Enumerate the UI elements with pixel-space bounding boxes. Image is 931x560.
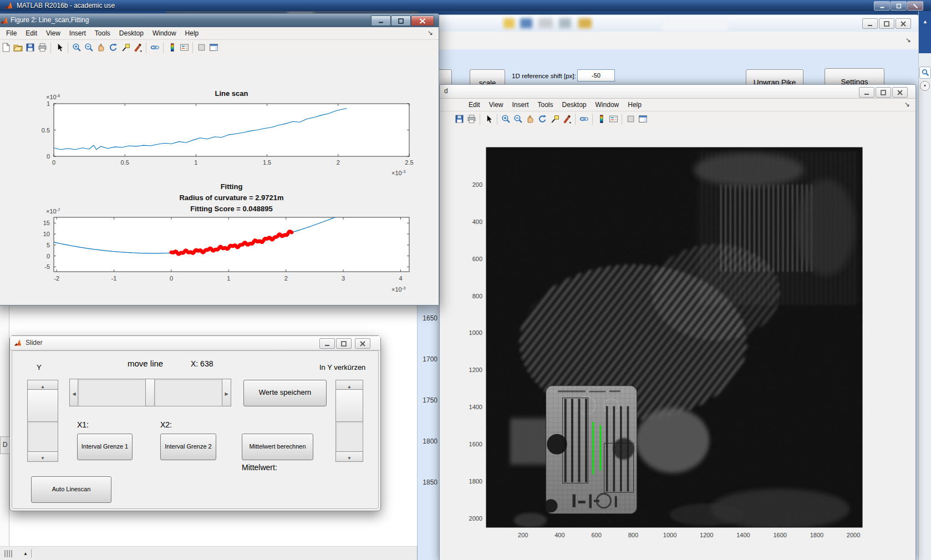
toolbar-separator (575, 114, 576, 125)
hide-plot-tools-icon[interactable] (624, 113, 637, 126)
link-plot-icon[interactable] (578, 113, 590, 126)
main-window-titlebar[interactable]: MATLAB R2016b - academic use (0, 0, 931, 11)
menu-item-view[interactable]: View (42, 27, 65, 39)
y-slider-trough[interactable] (27, 421, 58, 452)
resize-grip[interactable] (4, 550, 6, 557)
move-line-trough-left[interactable] (78, 379, 146, 406)
slider-minimize-button[interactable] (319, 338, 335, 349)
link-plot-icon[interactable] (149, 42, 161, 55)
line-scan-and-fitting-plots[interactable]: Line scan00.511.522.500.51×10-6×10-3Fitt… (0, 56, 439, 305)
rotate-3d-icon[interactable] (536, 113, 548, 126)
new-file-icon[interactable] (0, 42, 12, 55)
dock-arrow-icon[interactable]: ↘ (904, 100, 910, 108)
y-slider-down-button[interactable]: ▼ (27, 451, 58, 462)
cursor-icon[interactable] (482, 113, 495, 126)
rotate-3d-icon[interactable] (107, 42, 119, 55)
pan-icon[interactable] (95, 42, 107, 55)
shorten-slider-down-button[interactable]: ▼ (335, 451, 363, 462)
menu-item-edit[interactable]: Edit (21, 27, 42, 39)
main-maximize-button[interactable] (891, 1, 907, 11)
brush-icon[interactable] (561, 113, 573, 126)
save-icon[interactable] (24, 42, 36, 55)
slider-close-button[interactable] (355, 338, 370, 349)
move-line-trough-right[interactable] (154, 379, 223, 406)
menu-item-desktop[interactable]: Desktop (558, 99, 591, 111)
figure2-close-button[interactable] (411, 16, 434, 26)
gui-maximize-button[interactable] (879, 18, 894, 29)
auto-linescan-button[interactable]: Auto Linescan (31, 476, 111, 503)
shorten-slider-thumb[interactable] (335, 389, 363, 422)
right-figure-maximize-button[interactable] (876, 87, 891, 98)
minimized-panel-tab[interactable]: D (0, 436, 10, 454)
chevron-down-icon: ▼ (923, 84, 927, 88)
shorten-slider-trough[interactable] (335, 421, 363, 452)
svg-text:800: 800 (472, 293, 482, 299)
svg-text:1: 1 (47, 100, 50, 107)
menu-item-window[interactable]: Window (148, 27, 181, 39)
print-icon[interactable] (465, 113, 477, 126)
menu-item-help[interactable]: Help (181, 27, 204, 39)
gui-minimize-button[interactable] (862, 18, 878, 29)
slider-titlebar[interactable]: Slider (10, 336, 380, 350)
dock-arrow-icon[interactable]: ↘ (428, 29, 433, 37)
werte-speichern-button[interactable]: Werte speichern (243, 380, 327, 406)
figure2-canvas[interactable]: Line scan00.511.522.500.51×10-6×10-3Fitt… (0, 56, 439, 305)
insert-legend-icon[interactable] (607, 113, 619, 126)
search-dropdown-button[interactable]: ▼ (920, 81, 930, 91)
ref-shift-input[interactable] (577, 69, 615, 82)
insert-colorbar-icon[interactable] (166, 42, 178, 55)
figure2-minimize-button[interactable] (371, 16, 391, 26)
right-figure-titlebar[interactable]: d (440, 85, 915, 99)
figure2-title: Figure 2: Line_scan,Fitting (11, 16, 89, 24)
menu-item-view[interactable]: View (485, 99, 508, 111)
menu-item-window[interactable]: Window (591, 99, 624, 111)
menu-item-file[interactable]: File (2, 27, 21, 39)
print-icon[interactable] (36, 42, 48, 55)
gui-window-titlebar[interactable] (418, 15, 919, 32)
insert-colorbar-icon[interactable] (595, 113, 607, 126)
zoom-in-icon[interactable] (70, 42, 83, 55)
right-figure-minimize-button[interactable] (859, 87, 874, 98)
figure2-titlebar[interactable]: Figure 2: Line_scan,Fitting (0, 14, 439, 27)
brush-icon[interactable] (131, 42, 144, 55)
hide-plot-tools-icon[interactable] (195, 42, 207, 55)
svg-text:1: 1 (194, 159, 197, 166)
open-file-icon[interactable] (12, 42, 24, 55)
show-plot-tools-icon[interactable] (637, 113, 649, 126)
data-cursor-icon[interactable] (119, 42, 131, 55)
right-figure-close-button[interactable] (892, 87, 908, 98)
x1-label: X1: (77, 420, 89, 429)
cursor-icon[interactable] (53, 42, 65, 55)
zoom-in-icon[interactable] (500, 113, 512, 126)
right-figure-canvas[interactable]: 2004006008001000120014001600180020002004… (440, 128, 915, 560)
dock-arrow-icon[interactable]: ↘ (905, 36, 911, 44)
menu-item-edit[interactable]: Edit (464, 99, 485, 111)
main-close-button[interactable] (907, 1, 923, 11)
menu-item-help[interactable]: Help (623, 99, 646, 111)
search-button[interactable] (919, 67, 931, 79)
interferogram-image-plot[interactable]: 2004006008001000120014001600180020002004… (440, 128, 915, 560)
move-line-right-button[interactable]: ▶ (222, 379, 231, 406)
show-plot-tools-icon[interactable] (207, 42, 220, 55)
menu-item-desktop[interactable]: Desktop (115, 27, 148, 39)
slider-maximize-button[interactable] (336, 338, 352, 349)
save-icon[interactable] (453, 113, 465, 126)
menu-item-tools[interactable]: Tools (533, 99, 558, 111)
mittelwert-berechnen-button[interactable]: Mittelwert berechnen (242, 434, 313, 460)
interval-grenze-2-button[interactable]: Interval Grenze 2 (160, 434, 216, 460)
menu-item-insert[interactable]: Insert (65, 27, 90, 39)
zoom-out-icon[interactable] (83, 42, 95, 55)
main-minimize-button[interactable] (874, 1, 890, 11)
gui-close-button[interactable] (896, 18, 911, 29)
data-cursor-icon[interactable] (548, 113, 561, 126)
y-slider-thumb[interactable] (27, 389, 58, 422)
pin-icon[interactable]: ▲ (23, 551, 28, 556)
pan-icon[interactable] (524, 113, 536, 126)
menu-item-tools[interactable]: Tools (90, 27, 115, 39)
menu-item-insert[interactable]: Insert (507, 99, 533, 111)
insert-legend-icon[interactable] (178, 42, 190, 55)
interval-grenze-1-button[interactable]: Interval Grenze 1 (77, 434, 133, 460)
zoom-out-icon[interactable] (512, 113, 524, 126)
figure2-maximize-button[interactable] (391, 16, 411, 26)
svg-text:2000: 2000 (469, 515, 482, 522)
